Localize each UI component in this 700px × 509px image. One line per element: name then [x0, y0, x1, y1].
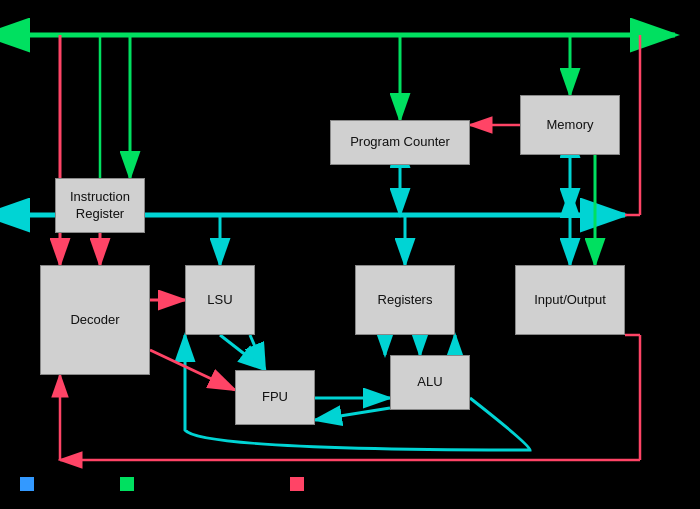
decoder-block: Decoder [40, 265, 150, 375]
legend-pink [290, 477, 304, 491]
legend-green [120, 477, 134, 491]
program-counter-block: Program Counter [330, 120, 470, 165]
instruction-register-block: Instruction Register [55, 178, 145, 233]
cpu-diagram: Instruction Register Decoder LSU FPU Reg… [0, 0, 700, 509]
memory-block: Memory [520, 95, 620, 155]
alu-block: ALU [390, 355, 470, 410]
svg-line-23 [315, 408, 390, 420]
registers-block: Registers [355, 265, 455, 335]
svg-line-27 [150, 350, 235, 390]
fpu-block: FPU [235, 370, 315, 425]
lsu-block: LSU [185, 265, 255, 335]
input-output-block: Input/Output [515, 265, 625, 335]
legend-blue [20, 477, 34, 491]
